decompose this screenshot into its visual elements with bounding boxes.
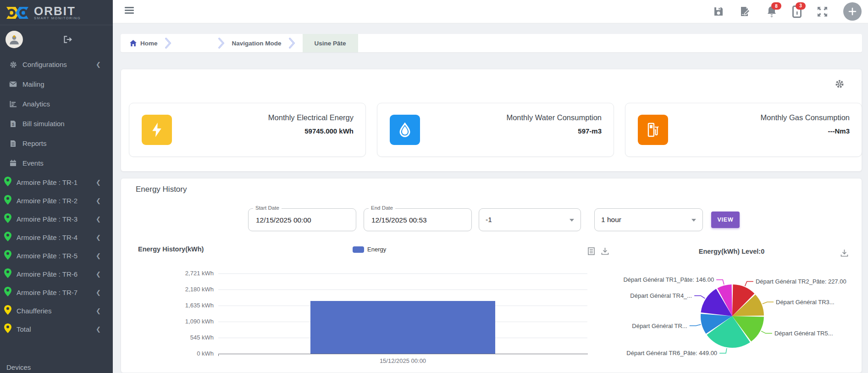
chevron-down-icon [691,219,696,222]
sidebar-item-mailing[interactable]: Mailing [0,74,113,94]
chevron-left-icon: ❮ [96,197,101,204]
breadcrumb-separator-icon [289,38,295,49]
map-pin-icon [4,323,11,335]
energy-history-panel: Energy History Start Date End Date -1 1 … [121,178,862,373]
sidebar-item-bill-simulation[interactable]: $Bill simulation [0,114,113,134]
granularity-select-value: 1 hour [601,209,693,231]
stat-value: 597-m3 [578,127,602,135]
map-pin-icon [4,195,11,206]
breadcrumb-item-home[interactable]: Home [130,40,158,47]
devices-section-label: Devices [6,363,31,371]
map-pin-icon [4,305,11,317]
sidebar-location-chaufferies[interactable]: Chaufferies❮ [0,301,113,320]
gridline [218,273,587,274]
stat-title: Monthly Electrical Energy [268,113,354,122]
save-icon[interactable] [713,6,724,17]
bill-icon: $ [9,120,17,128]
sidebar-item-reports[interactable]: Reports [0,134,113,153]
sidebar-item-analytics[interactable]: Analytics [0,94,113,114]
panel-settings-gear-icon[interactable] [835,79,844,90]
breadcrumb-separator-icon [165,38,171,49]
notification-badge: 8 [771,2,781,10]
stat-card-monthly-electrical-energy: Monthly Electrical Energy59745.000 kWh [129,103,366,157]
location-label: Armoire Pâte : TR-5 [17,252,96,260]
granularity-select[interactable]: 1 hour [594,208,703,231]
report-icon [9,140,17,147]
breadcrumb-label: Usine Pâte [315,40,346,47]
stat-value: ---Nm3 [828,127,850,135]
end-date-input[interactable] [370,209,464,232]
gas-pump-icon [638,115,668,145]
device-badge: 3 [796,2,806,10]
chevron-left-icon: ❮ [96,271,101,278]
sidebar-location-armoire-p-te-tr-4[interactable]: Armoire Pâte : TR-4❮ [0,228,113,246]
sidebar-item-label: Events [22,159,101,167]
y-axis-tick-label: 2,180 kWh [127,286,214,293]
interval-select[interactable]: -1 [479,208,581,231]
device-status-icon[interactable]: 3 [792,6,802,18]
notifications-bell-icon[interactable]: 8 [766,6,777,17]
breadcrumb-item-usine-p-te[interactable]: Usine Pâte [303,34,358,52]
fullscreen-icon[interactable] [817,6,828,17]
y-axis-tick-label: 545 kWh [127,334,214,341]
sidebar-location-total[interactable]: Total❮ [0,320,113,338]
interval-select-value: -1 [486,209,572,231]
brand-tagline: SMART MONITORING [34,16,81,20]
sidebar-menu: Configurations❮MailingAnalytics$Bill sim… [0,55,113,173]
sidebar-item-events[interactable]: Events [0,153,113,173]
location-label: Armoire Pâte : TR-2 [17,197,96,205]
data-view-icon[interactable] [588,247,595,255]
sidebar-item-label: Mailing [22,80,101,88]
calendar-icon [9,160,17,167]
sidebar-location-armoire-p-te-tr-7[interactable]: Armoire Pâte : TR-7❮ [0,283,113,301]
topbar: 8 3 [113,0,868,23]
pie-slice-label: Départ Général TR... [632,323,687,329]
start-date-field[interactable]: Start Date [248,208,356,231]
chevron-left-icon: ❮ [96,289,101,296]
breadcrumb-item-navigation-mode[interactable]: Navigation Mode [232,40,282,47]
add-button[interactable] [843,2,862,21]
location-label: Armoire Pâte : TR-1 [17,178,96,186]
brand-name: ORBIT [34,6,81,16]
chevron-left-icon: ❮ [96,216,101,223]
x-axis-line [218,354,588,354]
pie-slice-label: Départ Général TR5... [774,330,833,337]
pie-label-leader [694,295,705,298]
location-label: Total [17,325,96,333]
chevron-left-icon: ❮ [96,326,101,333]
end-date-field[interactable]: End Date [364,208,472,231]
start-date-input[interactable] [255,209,348,232]
sidebar-location-armoire-p-te-tr-3[interactable]: Armoire Pâte : TR-3❮ [0,210,113,228]
avatar[interactable] [6,31,23,48]
sidebar-location-armoire-p-te-tr-2[interactable]: Armoire Pâte : TR-2❮ [0,191,113,210]
sidebar-location-armoire-p-te-tr-1[interactable]: Armoire Pâte : TR-1❮ [0,173,113,191]
edit-document-icon[interactable] [739,6,751,17]
sidebar-item-configurations[interactable]: Configurations❮ [0,55,113,74]
gridline [218,289,587,290]
pie-label-leader [763,302,774,304]
stat-card-monthly-water-consumption: Monthly Water Consumption597-m3 [377,103,614,157]
map-pin-icon [4,287,11,298]
lightning-icon [142,115,172,145]
svg-text:$: $ [12,122,14,127]
home-icon [130,40,137,46]
location-label: Armoire Pâte : TR-4 [17,234,96,241]
pie-label-leader [690,324,701,326]
pie-label-leader [719,348,727,353]
view-button[interactable]: VIEW [711,212,740,228]
chevron-left-icon: ❮ [96,252,101,259]
hamburger-menu-icon[interactable] [125,7,134,14]
bar-chart-title: Energy History(kWh) [138,245,204,253]
chevron-left-icon: ❮ [96,307,101,314]
sidebar-item-label: Analytics [22,100,101,108]
logout-icon[interactable] [63,35,72,44]
pie-label-leader [716,280,724,285]
sidebar-location-armoire-p-te-tr-6[interactable]: Armoire Pâte : TR-6❮ [0,265,113,283]
breadcrumb-label: Home [140,40,158,47]
y-axis-tick-label: 2,721 kWh [127,270,214,277]
sidebar-location-armoire-p-te-tr-5[interactable]: Armoire Pâte : TR-5❮ [0,246,113,265]
legend-item-energy[interactable]: Energy [353,246,386,253]
stat-value: 59745.000 kWh [304,127,354,135]
stat-card-monthly-gas-consumption: Monthly Gas Consumption---Nm3 [625,103,862,157]
chevron-left-icon: ❮ [96,179,101,186]
